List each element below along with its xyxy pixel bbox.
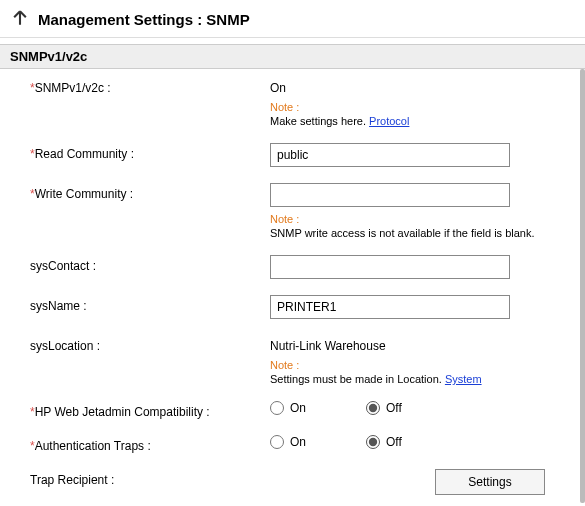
- row-read-community: *Read Community :: [10, 135, 575, 175]
- section-title: SNMPv1/v2c: [0, 44, 585, 69]
- sys-name-input[interactable]: [270, 295, 510, 319]
- auth-traps-on-option[interactable]: On: [270, 435, 306, 449]
- row-write-community: *Write Community : Note : SNMP write acc…: [10, 175, 575, 247]
- note-label-snmp: Note :: [270, 101, 565, 113]
- label-trap-recipient: Trap Recipient :: [10, 469, 270, 487]
- value-snmp: On: [270, 77, 286, 95]
- label-auth-traps: *Authentication Traps :: [10, 435, 270, 453]
- note-body-write: SNMP write access is not available if th…: [270, 227, 565, 239]
- hp-compat-off-radio[interactable]: [366, 401, 380, 415]
- auth-traps-off-option[interactable]: Off: [366, 435, 402, 449]
- row-hp-compat: *HP Web Jetadmin Compatibility : On Off: [10, 393, 575, 427]
- row-sys-contact: sysContact :: [10, 247, 575, 287]
- label-sys-name: sysName :: [10, 295, 270, 313]
- hp-compat-on-option[interactable]: On: [270, 401, 306, 415]
- row-trap-recipient: Trap Recipient : Settings: [10, 461, 575, 503]
- protocol-link[interactable]: Protocol: [369, 115, 409, 127]
- note-body-location: Settings must be made in Location. Syste…: [270, 373, 565, 385]
- system-link[interactable]: System: [445, 373, 482, 385]
- form-content: *SNMPv1/v2c : On Note : Make settings he…: [0, 69, 585, 503]
- auth-traps-off-radio[interactable]: [366, 435, 380, 449]
- label-hp-compat: *HP Web Jetadmin Compatibility :: [10, 401, 270, 419]
- hp-compat-off-option[interactable]: Off: [366, 401, 402, 415]
- hp-compat-radio-group: On Off: [270, 401, 565, 415]
- label-read-community: *Read Community :: [10, 143, 270, 161]
- page-title: Management Settings : SNMP: [38, 11, 250, 28]
- row-snmp: *SNMPv1/v2c : On Note : Make settings he…: [10, 69, 575, 135]
- read-community-input[interactable]: [270, 143, 510, 167]
- note-body-snmp: Make settings here. Protocol: [270, 115, 565, 127]
- auth-traps-on-radio[interactable]: [270, 435, 284, 449]
- write-community-input[interactable]: [270, 183, 510, 207]
- page-header: Management Settings : SNMP: [0, 0, 585, 38]
- row-auth-traps: *Authentication Traps : On Off: [10, 427, 575, 461]
- note-label-write: Note :: [270, 213, 565, 225]
- label-snmp: *SNMPv1/v2c :: [10, 77, 270, 95]
- auth-traps-radio-group: On Off: [270, 435, 565, 449]
- row-sys-location: sysLocation : Nutri-Link Warehouse Note …: [10, 327, 575, 393]
- label-sys-contact: sysContact :: [10, 255, 270, 273]
- label-write-community: *Write Community :: [10, 183, 270, 201]
- row-sys-name: sysName :: [10, 287, 575, 327]
- scrollbar[interactable]: [580, 69, 585, 503]
- label-sys-location: sysLocation :: [10, 335, 270, 353]
- note-label-location: Note :: [270, 359, 565, 371]
- back-arrow-icon[interactable]: [10, 8, 38, 31]
- trap-settings-button[interactable]: Settings: [435, 469, 545, 495]
- sys-contact-input[interactable]: [270, 255, 510, 279]
- value-sys-location: Nutri-Link Warehouse: [270, 335, 386, 353]
- hp-compat-on-radio[interactable]: [270, 401, 284, 415]
